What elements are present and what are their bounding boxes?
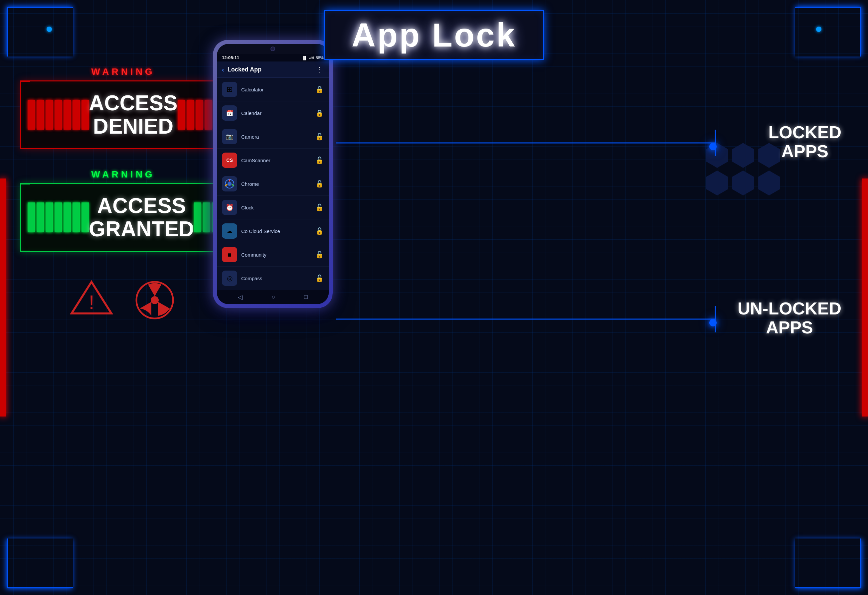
hex-6 bbox=[758, 171, 780, 196]
lock-icon-calendar: 🔒 bbox=[315, 109, 324, 117]
stripe-red-r3 bbox=[196, 100, 203, 130]
bracket-denied-tl bbox=[20, 81, 30, 90]
unlocked-apps-label: UN-LOCKED APPS bbox=[738, 299, 841, 337]
warning-label-denied: WARNING bbox=[20, 66, 226, 77]
back-button[interactable]: ‹ bbox=[222, 66, 224, 74]
stripe-green-6 bbox=[72, 202, 80, 232]
app-name-community: Community bbox=[241, 252, 311, 258]
stripe-green-4 bbox=[55, 202, 62, 232]
bracket-granted-tl bbox=[20, 183, 30, 193]
hex-4 bbox=[706, 171, 728, 196]
stripe-green-r2 bbox=[203, 202, 210, 232]
app-icon-cloud: ☁ bbox=[222, 223, 237, 239]
stripe-green-5 bbox=[63, 202, 71, 232]
phone-inner: 12:05:11 ▐▌ wifi 88% ‹ Locked App ⋮ ⊞ Ca… bbox=[217, 44, 329, 304]
phone-mockup: 12:05:11 ▐▌ wifi 88% ‹ Locked App ⋮ ⊞ Ca… bbox=[213, 40, 333, 308]
title-area: App Lock bbox=[40, 10, 828, 60]
unlocked-apps-text-line1: UN-LOCKED bbox=[738, 299, 841, 318]
access-granted-section: WARNING ACCESS GRANTED bbox=[20, 169, 226, 252]
granted-box-inner: ACCESS GRANTED bbox=[28, 194, 218, 241]
lock-icon-compass: 🔓 bbox=[315, 274, 324, 282]
access-granted-text: ACCESS GRANTED bbox=[89, 194, 194, 241]
phone-outer: 12:05:11 ▐▌ wifi 88% ‹ Locked App ⋮ ⊞ Ca… bbox=[213, 40, 333, 308]
access-granted-box: ACCESS GRANTED bbox=[20, 183, 226, 252]
stripe-red-2 bbox=[37, 100, 44, 130]
app-name-compass: Compass bbox=[241, 275, 311, 281]
app-item-cloud[interactable]: ☁ Co Cloud Service 🔓 bbox=[217, 219, 329, 243]
stripe-green-2 bbox=[37, 202, 44, 232]
svg-text:!: ! bbox=[89, 291, 94, 314]
app-item-calendar[interactable]: 📅 Calendar 🔒 bbox=[217, 102, 329, 125]
hex-2 bbox=[732, 143, 754, 168]
app-name-clock: Clock bbox=[241, 205, 311, 211]
warning-label-granted: WARNING bbox=[20, 169, 226, 180]
radiation-icon bbox=[133, 278, 176, 322]
app-item-camscanner[interactable]: CS CamScanner 🔓 bbox=[217, 149, 329, 172]
app-icon-calculator: ⊞ bbox=[222, 82, 237, 97]
access-denied-text: ACCESS DENIED bbox=[89, 91, 178, 138]
stripe-block-left-granted bbox=[28, 202, 89, 232]
app-icon-chrome bbox=[222, 176, 237, 191]
app-name-calculator: Calculator bbox=[241, 87, 311, 93]
locked-apps-text-line1: LOCKED bbox=[768, 123, 841, 142]
app-icon-camera: 📷 bbox=[222, 129, 237, 144]
app-icon-camscanner: CS bbox=[222, 153, 237, 168]
app-name-camscanner: CamScanner bbox=[241, 158, 311, 163]
warning-triangle-icon: ! bbox=[70, 278, 113, 317]
access-denied-section: WARNING ACCESS DENIED bbox=[20, 66, 226, 149]
app-item-calculator[interactable]: ⊞ Calculator 🔒 bbox=[217, 78, 329, 102]
app-icon-compass: ◎ bbox=[222, 271, 237, 286]
page-title: App Lock bbox=[352, 16, 517, 53]
stripe-red-r1 bbox=[178, 100, 185, 130]
app-icon-calendar: 📅 bbox=[222, 105, 237, 121]
stripe-red-4 bbox=[55, 100, 62, 130]
nav-back-button[interactable]: ◁ bbox=[238, 293, 242, 301]
stripe-block-left-denied bbox=[28, 100, 89, 130]
lock-icon-camscanner: 🔓 bbox=[315, 156, 324, 164]
locked-apps-label: LOCKED APPS bbox=[768, 123, 841, 161]
app-icon-clock: ⏰ bbox=[222, 200, 237, 215]
denied-box-inner: ACCESS DENIED bbox=[28, 91, 218, 138]
stripe-red-r2 bbox=[187, 100, 194, 130]
app-name-cloud: Co Cloud Service bbox=[241, 228, 311, 234]
app-icon-community: ■ bbox=[222, 247, 237, 262]
stripe-red-6 bbox=[72, 100, 80, 130]
app-item-camera[interactable]: 📷 Camera 🔓 bbox=[217, 125, 329, 149]
app-list: ⊞ Calculator 🔒 📅 Calendar 🔒 📷 Camera 🔓 bbox=[217, 78, 329, 290]
locked-apps-text-line2: APPS bbox=[768, 142, 841, 161]
phone-nav-bar: ◁ ○ □ bbox=[217, 290, 329, 304]
left-panel: WARNING ACCESS DENIED bbox=[20, 66, 226, 322]
bracket-granted-bl bbox=[20, 242, 30, 252]
lock-icon-community: 🔓 bbox=[315, 250, 324, 259]
app-name-chrome: Chrome bbox=[241, 181, 311, 187]
app-item-compass[interactable]: ◎ Compass 🔓 bbox=[217, 267, 329, 290]
svg-point-5 bbox=[227, 182, 232, 186]
bottom-icons-area: ! bbox=[20, 278, 226, 322]
unlocked-connector-dot bbox=[709, 319, 717, 326]
stripe-red-1 bbox=[28, 100, 35, 130]
lock-icon-calculator: 🔒 bbox=[315, 85, 324, 93]
app-item-clock[interactable]: ⏰ Clock 🔓 bbox=[217, 196, 329, 219]
lock-icon-camera: 🔓 bbox=[315, 133, 324, 141]
app-item-chrome[interactable]: Chrome 🔓 bbox=[217, 172, 329, 196]
lock-icon-chrome: 🔓 bbox=[315, 180, 324, 188]
stripe-red-7 bbox=[81, 100, 89, 130]
stripe-green-r1 bbox=[194, 202, 201, 232]
nav-home-button[interactable]: ○ bbox=[272, 293, 275, 301]
stripe-green-7 bbox=[81, 202, 89, 232]
title-box: App Lock bbox=[324, 10, 544, 60]
app-item-community[interactable]: ■ Community 🔓 bbox=[217, 243, 329, 267]
hex-5 bbox=[732, 171, 754, 196]
svg-point-3 bbox=[151, 296, 159, 304]
app-header-title: Locked App bbox=[227, 66, 313, 73]
menu-button[interactable]: ⋮ bbox=[316, 65, 324, 74]
stripe-green-1 bbox=[28, 202, 35, 232]
access-denied-box: ACCESS DENIED bbox=[20, 81, 226, 149]
locked-connector-dot bbox=[709, 143, 717, 150]
stripe-green-3 bbox=[46, 202, 53, 232]
app-name-camera: Camera bbox=[241, 134, 311, 140]
red-right-accent bbox=[862, 178, 868, 417]
unlocked-apps-text-line2: APPS bbox=[738, 318, 841, 337]
stripe-red-5 bbox=[63, 100, 71, 130]
nav-recent-button[interactable]: □ bbox=[304, 293, 308, 301]
